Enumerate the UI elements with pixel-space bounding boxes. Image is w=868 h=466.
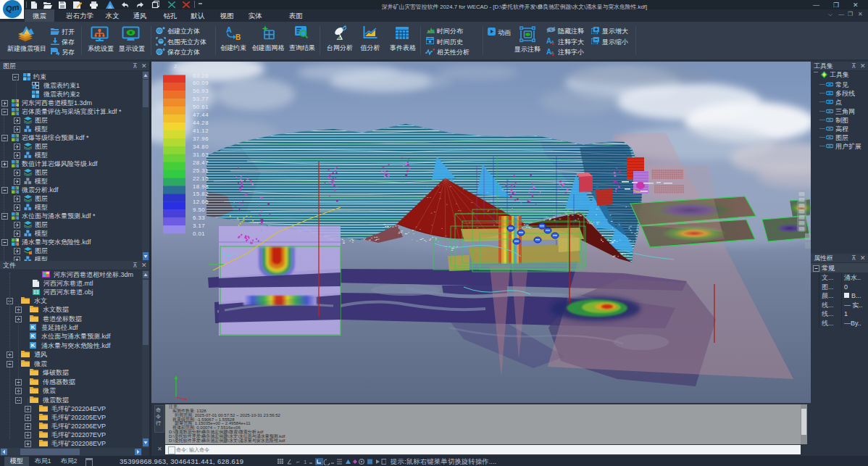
svg-text:15.82: 15.82	[193, 191, 209, 197]
svg-text:6.33: 6.33	[193, 215, 205, 221]
svg-text:56.93: 56.93	[193, 88, 209, 94]
svg-text:18.98: 18.98	[193, 183, 209, 190]
svg-text:44.28: 44.28	[193, 120, 209, 126]
svg-text:22.15: 22.15	[193, 175, 209, 182]
svg-text:31.63: 31.63	[193, 151, 209, 158]
svg-text:63.26: 63.26	[193, 72, 209, 79]
svg-text:1: 1	[304, 459, 307, 465]
svg-text:A: A	[226, 25, 232, 34]
svg-text:⌐: ⌐	[296, 459, 300, 465]
svg-text:34.80: 34.80	[193, 143, 209, 150]
svg-text:12.66: 12.66	[193, 199, 209, 205]
svg-text:25.31: 25.31	[193, 167, 209, 174]
svg-text:53.77: 53.77	[193, 96, 209, 102]
svg-text:60.09: 60.09	[193, 80, 209, 86]
svg-text:3.17: 3.17	[193, 222, 205, 229]
svg-text:0.01: 0.01	[193, 230, 205, 237]
svg-text:50.61: 50.61	[193, 104, 209, 110]
svg-text:9.50: 9.50	[193, 207, 205, 213]
svg-text:41.12: 41.12	[193, 128, 209, 134]
svg-text:37.96: 37.96	[193, 136, 209, 142]
svg-text:Z: Z	[174, 63, 178, 70]
svg-text:47.44: 47.44	[193, 112, 209, 118]
svg-text:B: B	[235, 33, 241, 41]
svg-text:28.47: 28.47	[193, 159, 209, 166]
